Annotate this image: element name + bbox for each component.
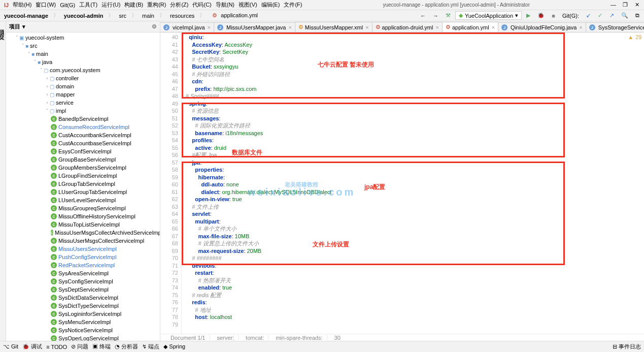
menu-item[interactable]: 视图(V) xyxy=(236,1,259,9)
breadcrumb-item[interactable]: yuecool-manage xyxy=(2,12,50,19)
editor-tab[interactable]: JMissuUsersMapper.java× xyxy=(214,22,295,32)
tree-item[interactable]: ›▢service xyxy=(6,99,160,107)
class-file[interactable]: CSysConfigServiceImpl xyxy=(6,277,160,285)
editor-tab[interactable]: JQiniuUploadFileConig.java× xyxy=(498,22,586,32)
class-file[interactable]: CMissuOfflineHistoryServiceImpl xyxy=(6,212,160,220)
class-file[interactable]: CPushConfigServiceImpl xyxy=(6,253,160,261)
code-line[interactable]: # 单个文件大小 xyxy=(182,225,644,233)
menu-item[interactable]: 分析(Z) xyxy=(168,1,190,9)
menu-item[interactable]: 窗口(W) xyxy=(33,1,58,9)
code-line[interactable]: ddl-auto: none xyxy=(182,181,644,188)
tab-endpoints[interactable]: ↯ 端点 xyxy=(142,343,159,350)
code-line[interactable]: # redis 配置 xyxy=(182,292,644,299)
debug-button[interactable]: 🐞 xyxy=(535,11,547,20)
tree-item[interactable]: ˅■main xyxy=(6,50,160,58)
tab-eventlog[interactable]: ⊟ 事件日志 xyxy=(613,343,641,350)
git-update-icon[interactable]: ↙ xyxy=(584,11,593,20)
code-line[interactable]: # ######## xyxy=(182,254,644,262)
code-line[interactable]: qiniu: xyxy=(182,34,644,41)
menu-item[interactable]: 工具(T) xyxy=(77,1,99,9)
class-file[interactable]: CMissuUserMsgsCollectArchivedServiceImpl xyxy=(6,229,160,237)
breadcrumb-item[interactable]: yuecool-admin xyxy=(62,12,106,19)
minimize-button[interactable]: — xyxy=(608,2,615,8)
code-line[interactable]: cdn: xyxy=(182,78,644,85)
tree-item[interactable]: ˅■src xyxy=(6,42,160,50)
nav-forward-icon[interactable]: → xyxy=(430,12,441,20)
code-line[interactable]: devtools: xyxy=(182,262,644,270)
class-file[interactable]: CMissuUsersServiceImpl xyxy=(6,245,160,253)
tree-item[interactable]: ›▢controller xyxy=(6,74,160,82)
code-line[interactable]: # 文件上传 xyxy=(182,203,644,211)
run-anything-icon[interactable]: ⧉ xyxy=(633,11,642,20)
tree-item[interactable]: ˅▢impl xyxy=(6,107,160,115)
breadcrumb-item[interactable]: resources xyxy=(168,12,196,19)
tab-git[interactable]: ⌥ Git xyxy=(3,343,18,350)
editor-tab[interactable]: ⚙application-druid.yml× xyxy=(372,22,443,32)
code-line[interactable]: properties: xyxy=(182,166,644,174)
class-file[interactable]: CRedPacketServiceImpl xyxy=(6,261,160,269)
tree-item[interactable]: ›▢mapper xyxy=(6,90,160,99)
editor-tab[interactable]: JviceImpl.java× xyxy=(160,22,214,32)
build-icon[interactable]: ⚒ xyxy=(443,11,453,20)
code-line[interactable]: open-in-view: true xyxy=(182,196,644,203)
code-line[interactable]: hibernate: xyxy=(182,174,644,181)
code-line[interactable]: multipart: xyxy=(182,218,644,226)
code-line[interactable]: AccessKey: AccessKey xyxy=(182,41,644,49)
code-line[interactable]: # 资源信息 xyxy=(182,107,644,115)
code-area[interactable]: ▲29 ▲2 ✓2 ^ ˅ 七牛云配置 暂未使用 数据库文件 jpa配置 文件上… xyxy=(182,33,644,334)
menu-item[interactable]: 重构(R) xyxy=(145,1,168,9)
class-file[interactable]: CGroupMembersServiceImpl xyxy=(6,164,160,172)
code-line[interactable]: # 热部署开关 xyxy=(182,277,644,284)
menu-item[interactable]: 构建(B) xyxy=(122,1,145,9)
run-button[interactable]: ▶ xyxy=(524,11,533,20)
close-button[interactable]: ✕ xyxy=(633,2,639,8)
nav-back-icon[interactable]: ← xyxy=(418,12,428,20)
class-file[interactable]: CMissuGroupreqServiceImpl xyxy=(6,204,160,212)
code-line[interactable]: Bucket: sxsyingyu xyxy=(182,63,644,71)
code-line[interactable]: enabled: true xyxy=(182,284,644,292)
class-file[interactable]: CCustAccountbaseServiceImpl xyxy=(6,139,160,147)
class-file[interactable]: CMissuTopListServiceImpl xyxy=(6,220,160,229)
run-config-selector[interactable]: ◆ YueCoolApplication ▾ xyxy=(455,11,522,20)
code-line[interactable]: # 地址 xyxy=(182,306,644,314)
class-file[interactable]: CEsysConfServiceImpl xyxy=(6,147,160,155)
tree-item[interactable]: ›▢domain xyxy=(6,82,160,90)
class-file[interactable]: CLUserGroupTabServiceImpl xyxy=(6,188,160,196)
class-file[interactable]: CSysDeptServiceImpl xyxy=(6,285,160,294)
tab-spring[interactable]: ◆ Spring xyxy=(163,343,185,350)
code-line[interactable]: # Spring#### xyxy=(182,92,644,100)
tab-problems[interactable]: ⊘ 问题 xyxy=(71,343,88,350)
menu-item[interactable]: 帮助(H) xyxy=(11,1,33,9)
tree-root[interactable]: ˅▣yuecool-system xyxy=(6,34,160,42)
code-line[interactable]: host: localhost xyxy=(182,313,644,321)
code-line[interactable]: basename: i18n/messages xyxy=(182,130,644,137)
code-line[interactable]: # 七牛空间名 xyxy=(182,56,644,63)
code-line[interactable]: # 外链访问路径 xyxy=(182,71,644,78)
code-line[interactable]: messages: xyxy=(182,115,644,122)
code-line[interactable]: max-request-size: 20MB xyxy=(182,247,644,255)
breadcrumb-item[interactable]: main xyxy=(140,12,156,19)
code-line[interactable]: max-file-size: 10MB xyxy=(182,233,644,240)
class-file[interactable]: CSysLogininforServiceImpl xyxy=(6,310,160,318)
code-line[interactable]: spring: xyxy=(182,100,644,108)
editor-tab[interactable]: JSysStorageServiceImpl.java× xyxy=(586,22,644,32)
class-file[interactable]: CConsumeRecordServiceImpl xyxy=(6,123,160,131)
gear-icon[interactable]: ⚙ xyxy=(152,23,157,30)
code-line[interactable]: jpa: xyxy=(182,159,644,167)
menu-item[interactable]: 编辑(E) xyxy=(259,1,282,9)
menu-item[interactable]: Git(G) xyxy=(58,2,77,8)
class-file[interactable]: CGroupBaseServiceImpl xyxy=(6,155,160,164)
editor-tab[interactable]: ⚙MissuUsersMapper.xml× xyxy=(295,22,372,32)
code-line[interactable]: # 国际化资源文件路径 xyxy=(182,122,644,130)
code-line[interactable]: redis: xyxy=(182,299,644,306)
code-line[interactable]: prefix: http://pic.sxs.com xyxy=(182,85,644,93)
class-file[interactable]: CBanedIpServiceImpl xyxy=(6,115,160,123)
inspection-widget[interactable]: ▲29 ▲2 ✓2 ^ ˅ xyxy=(628,34,644,41)
tab-debug[interactable]: 🐞 调试 xyxy=(22,343,42,350)
git-push-icon[interactable]: ↗ xyxy=(607,11,617,20)
code-line[interactable]: restart: xyxy=(182,269,644,277)
editor-tab[interactable]: ⚙application.yml× xyxy=(442,22,498,33)
git-commit-icon[interactable]: ✓ xyxy=(595,11,605,20)
class-file[interactable]: CLUserLevelServiceImpl xyxy=(6,196,160,204)
menu-item[interactable]: 导航(N) xyxy=(214,1,236,9)
